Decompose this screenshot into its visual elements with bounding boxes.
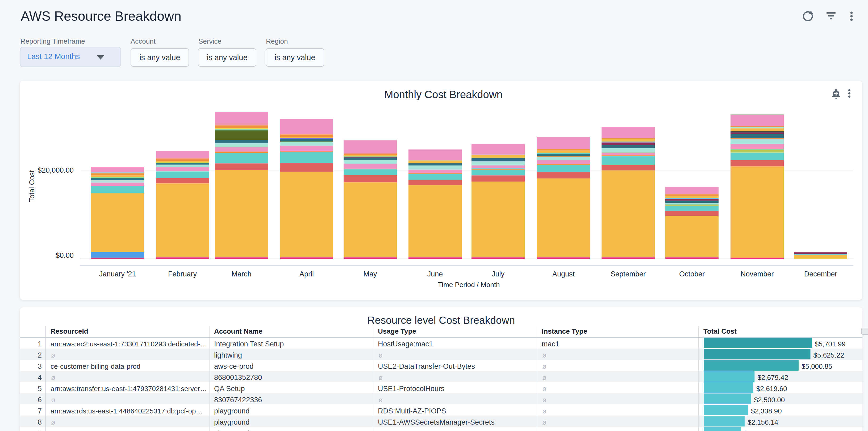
svg-text:November: November [741, 270, 774, 278]
svg-text:arn:aws:transfer:us-east-1:479: arn:aws:transfer:us-east-1:479370281431:… [51, 385, 207, 393]
svg-text:ResourceId: ResourceId [51, 327, 88, 335]
svg-text:$5,000.85: $5,000.85 [802, 362, 832, 370]
svg-text:2: 2 [38, 351, 42, 359]
svg-text:9: 9 [38, 429, 42, 431]
svg-text:arn:aws:rds:us-east-1:44864022: arn:aws:rds:us-east-1:448640225317:db:pc… [51, 407, 203, 415]
svg-text:RDS:Multi-AZ-PIOPS: RDS:Multi-AZ-PIOPS [378, 407, 446, 415]
svg-text:USE2-DataTransfer-Out-Bytes: USE2-DataTransfer-Out-Bytes [378, 362, 475, 370]
svg-text:ø: ø [51, 429, 55, 431]
svg-text:ø: ø [378, 396, 383, 404]
svg-text:Integration Test Setup: Integration Test Setup [214, 340, 284, 348]
svg-text:Account Name: Account Name [214, 327, 262, 335]
svg-text:January '21: January '21 [99, 270, 136, 278]
svg-text:ø: ø [378, 351, 383, 359]
svg-text:playground: playground [214, 407, 250, 415]
svg-text:5: 5 [38, 385, 42, 393]
svg-text:$0.00: $0.00 [56, 251, 74, 259]
svg-text:Instance Type: Instance Type [542, 327, 587, 335]
svg-text:playground: playground [214, 418, 250, 426]
svg-text:ø: ø [542, 351, 547, 359]
svg-text:lightwing: lightwing [214, 351, 242, 359]
svg-text:$5,701.99: $5,701.99 [815, 340, 846, 348]
svg-text:mac1: mac1 [542, 340, 559, 348]
svg-text:December: December [804, 270, 837, 278]
svg-text:ø: ø [542, 396, 547, 404]
svg-text:1: 1 [38, 340, 42, 348]
svg-text:Total Cost: Total Cost [28, 170, 36, 202]
svg-text:$2,679.42: $2,679.42 [757, 373, 788, 381]
svg-text:ø: ø [51, 396, 55, 404]
svg-text:ø: ø [542, 385, 547, 393]
svg-text:HostUsage:mac1: HostUsage:mac1 [378, 340, 433, 348]
svg-text:ce-customer-billing-data-prod: ce-customer-billing-data-prod [51, 362, 141, 370]
svg-text:$2,156.14: $2,156.14 [747, 418, 778, 426]
svg-text:8: 8 [38, 418, 42, 426]
svg-text:May: May [363, 270, 377, 278]
svg-text:ø: ø [542, 429, 547, 431]
svg-text:ø: ø [542, 407, 547, 415]
svg-text:Total Cost: Total Cost [703, 327, 737, 335]
svg-text:playground: playground [214, 429, 250, 431]
svg-text:USE1-ProtocolHours: USE1-ProtocolHours [378, 385, 445, 393]
svg-text:ø: ø [51, 351, 55, 359]
svg-text:4: 4 [38, 373, 42, 381]
svg-text:ø: ø [51, 373, 55, 381]
svg-text:Usage Type: Usage Type [378, 327, 416, 335]
svg-text:July: July [492, 270, 505, 278]
svg-text:Time Period / Month: Time Period / Month [438, 281, 500, 289]
svg-text:June: June [427, 270, 443, 278]
svg-text:3: 3 [38, 362, 42, 370]
svg-text:arn:aws:ec2:us-east-1:73301711: arn:aws:ec2:us-east-1:733017110293:dedic… [51, 340, 207, 348]
svg-text:September: September [611, 270, 646, 278]
svg-text:$2,338.90: $2,338.90 [751, 407, 782, 415]
svg-text:$2,500.00: $2,500.00 [754, 396, 785, 404]
svg-text:$2,619.60: $2,619.60 [756, 385, 787, 393]
svg-text:$5,625.22: $5,625.22 [813, 351, 844, 359]
svg-text:October: October [679, 270, 705, 278]
svg-text:February: February [168, 270, 197, 278]
svg-text:QA Setup: QA Setup [214, 385, 245, 393]
svg-text:868001352780: 868001352780 [214, 373, 262, 381]
svg-text:August: August [552, 270, 575, 278]
svg-text:7: 7 [38, 407, 42, 415]
svg-text:USE1-AWSSecretsManager-Secrets: USE1-AWSSecretsManager-Secrets [378, 418, 495, 426]
svg-text:$2,045.33: $2,045.33 [744, 429, 774, 431]
svg-text:ø: ø [378, 373, 383, 381]
svg-text:ø: ø [542, 362, 547, 370]
svg-text:$20,000.00: $20,000.00 [38, 166, 74, 174]
svg-text:March: March [231, 270, 251, 278]
svg-text:ø: ø [378, 429, 383, 431]
svg-text:6: 6 [38, 396, 42, 404]
svg-text:April: April [300, 270, 314, 278]
svg-text:830767422336: 830767422336 [214, 396, 262, 404]
svg-text:ø: ø [542, 373, 547, 381]
svg-text:aws-ce-prod: aws-ce-prod [214, 362, 254, 370]
svg-text:ø: ø [542, 418, 547, 426]
svg-text:ø: ø [51, 418, 55, 426]
